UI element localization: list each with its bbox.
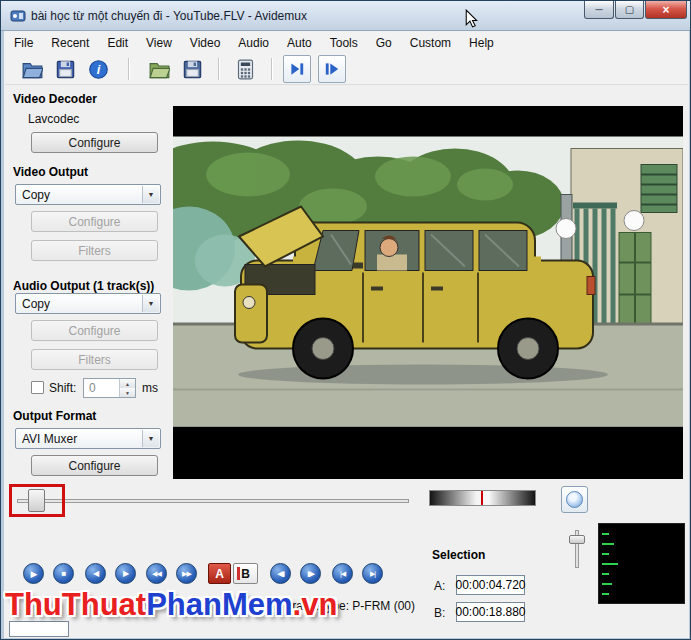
shift-unit-label: ms (142, 381, 158, 395)
information-icon[interactable]: i (85, 56, 111, 82)
selection-a-field: 00:00:04.720 (456, 575, 525, 595)
chevron-down-icon: ▼ (142, 186, 159, 203)
previous-black-frame-icon: ◀▮ (277, 570, 284, 578)
output-format-selected: AVI Muxer (22, 432, 77, 446)
output-format-configure-button[interactable]: Configure (31, 455, 158, 476)
button-label: Filters (78, 244, 111, 258)
selection-b-value: 00:00:18.880 (455, 605, 525, 619)
shuttle-scrubber[interactable] (429, 490, 536, 506)
time-display (9, 621, 69, 637)
spinner-arrows[interactable]: ▲ ▼ (119, 379, 135, 397)
previous-frame-icon: ◀ (93, 569, 98, 578)
play-button[interactable]: ▶ (23, 563, 44, 584)
open-folder-icon[interactable] (146, 56, 172, 82)
save-copy-icon[interactable] (179, 56, 205, 82)
jump-to-end-icon[interactable] (318, 55, 346, 83)
open-icon[interactable] (19, 56, 45, 82)
menu-view[interactable]: View (137, 32, 181, 54)
toolbar-separator (271, 58, 272, 80)
audio-output-select[interactable]: Copy ▼ (15, 293, 161, 314)
meter-mark (602, 533, 609, 535)
watermark-part1: ThuThuat (5, 587, 146, 622)
stop-button[interactable]: ■ (53, 563, 74, 584)
jump-to-start-icon[interactable] (283, 55, 311, 83)
video-decoder-configure-button[interactable]: Configure (31, 132, 158, 153)
menu-file[interactable]: File (5, 32, 42, 54)
menu-video[interactable]: Video (181, 32, 229, 54)
menu-custom[interactable]: Custom (401, 32, 460, 54)
last-frame-icon: ▶| (370, 570, 375, 578)
menu-bar: File Recent Edit View Video Audio Auto T… (5, 32, 688, 54)
calculator-icon[interactable] (232, 56, 258, 82)
minimize-button[interactable]: ─ (584, 1, 614, 19)
video-output-filters-button[interactable]: Filters (31, 240, 158, 261)
meter-mark (602, 563, 618, 565)
video-decoder-heading: Video Decoder (13, 92, 97, 106)
shift-checkbox[interactable] (31, 381, 44, 394)
marker-b-label: B (241, 567, 250, 581)
audio-output-filters-button[interactable]: Filters (31, 349, 158, 370)
video-decoder-name: Lavcodec (28, 112, 79, 126)
play-icon: ▶ (31, 569, 37, 579)
spin-down-icon[interactable]: ▼ (120, 388, 135, 397)
previous-frame-button[interactable]: ◀ (85, 563, 106, 584)
first-frame-button[interactable]: |◀ (332, 563, 353, 584)
next-black-frame-button[interactable]: ▮▶ (300, 563, 321, 584)
minimize-icon: ─ (595, 4, 602, 15)
audio-output-heading: Audio Output (1 track(s)) (13, 279, 154, 293)
video-preview (173, 106, 683, 479)
menu-go[interactable]: Go (367, 32, 401, 54)
button-label: Configure (68, 324, 120, 338)
menu-edit[interactable]: Edit (98, 32, 137, 54)
video-output-selected: Copy (22, 188, 50, 202)
meter-mark (602, 583, 612, 585)
maximize-button[interactable]: ▢ (615, 1, 644, 19)
shuttle-center-marker (481, 491, 483, 505)
video-output-configure-button[interactable]: Configure (31, 211, 158, 232)
watermark-part2: PhanMem (146, 587, 292, 622)
menu-tools[interactable]: Tools (321, 32, 367, 54)
close-button[interactable]: × (645, 1, 687, 19)
selection-b-field: 00:00:18.880 (456, 602, 525, 622)
audio-output-selected: Copy (22, 297, 50, 311)
shift-label: Shift: (49, 381, 76, 395)
shuttle-reset-button[interactable] (561, 486, 588, 513)
spin-up-icon[interactable]: ▲ (120, 379, 135, 388)
last-frame-button[interactable]: ▶| (362, 563, 383, 584)
save-icon[interactable] (52, 56, 78, 82)
audio-meter (598, 523, 685, 604)
set-marker-a-button[interactable]: A (208, 563, 231, 584)
menu-recent[interactable]: Recent (42, 32, 98, 54)
first-frame-icon: |◀ (340, 570, 345, 578)
dial-icon (566, 491, 583, 508)
previous-keyframe-button[interactable]: ◀◀ (146, 563, 167, 584)
next-frame-button[interactable]: ▶ (115, 563, 136, 584)
seek-slider-track[interactable] (17, 499, 409, 503)
menu-audio[interactable]: Audio (229, 32, 278, 54)
selection-heading: Selection (432, 548, 485, 562)
next-frame-icon: ▶ (123, 569, 128, 578)
close-icon: × (662, 3, 669, 17)
watermark-part3: .vn (293, 587, 338, 622)
button-label: Configure (68, 459, 120, 473)
menu-auto[interactable]: Auto (278, 32, 321, 54)
menu-help[interactable]: Help (460, 32, 503, 54)
next-keyframe-button[interactable]: ▶▶ (176, 563, 197, 584)
meter-mark (602, 553, 609, 555)
window-title: bài học từ một chuyến đi - YouTube.FLV -… (31, 9, 307, 23)
audio-output-configure-button[interactable]: Configure (31, 320, 158, 341)
watermark: ThuThuatPhanMem.vn (5, 587, 337, 623)
toolbar-separator (128, 58, 129, 80)
marker-b-flag-icon (237, 567, 240, 580)
previous-black-frame-button[interactable]: ◀▮ (270, 563, 291, 584)
output-format-select[interactable]: AVI Muxer ▼ (15, 428, 161, 449)
shift-spinner[interactable]: 0 ▲ ▼ (83, 378, 136, 398)
meter-mark (602, 543, 614, 545)
svg-text:i: i (96, 62, 100, 77)
selection-a-label: A: (434, 579, 445, 593)
volume-slider-handle[interactable] (569, 535, 585, 544)
stop-icon: ■ (62, 569, 66, 578)
selection-b-label: B: (434, 606, 445, 620)
video-output-select[interactable]: Copy ▼ (15, 184, 161, 205)
set-marker-b-button[interactable]: B (233, 563, 258, 584)
